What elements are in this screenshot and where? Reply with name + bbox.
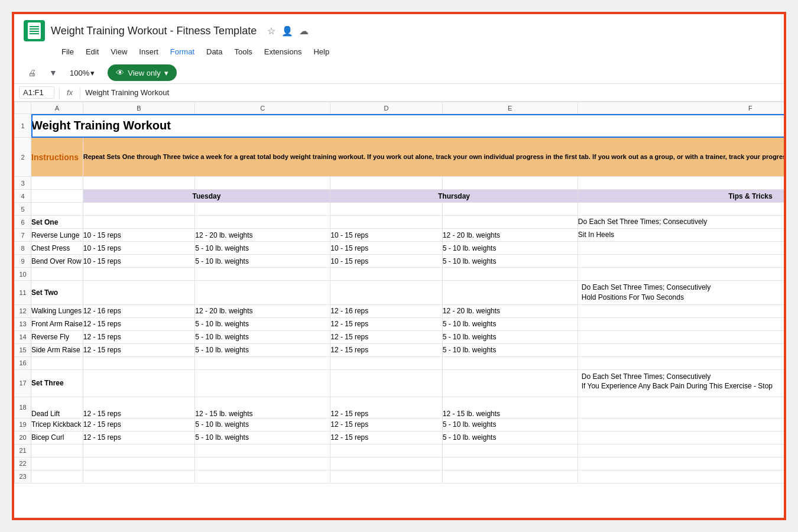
cell-10e: [442, 268, 578, 281]
cell-15c: 5 - 10 lb. weights: [195, 343, 330, 356]
row-header-22: 22: [15, 457, 31, 470]
cell-11e: [442, 281, 578, 305]
instructions-text: Repeat Sets One through Three twice a we…: [83, 138, 784, 177]
cell-6e: [442, 216, 578, 229]
cell-20b: 12 - 15 reps: [83, 431, 195, 444]
menu-file[interactable]: File: [57, 45, 79, 59]
sheet-table: A B C D E F 1 Weight Training Workout 2 …: [14, 102, 784, 484]
star-icon[interactable]: ☆: [267, 25, 275, 37]
menu-insert[interactable]: Insert: [134, 45, 163, 59]
menu-view[interactable]: View: [106, 45, 132, 59]
table-row: 18 Dead Lift 12 - 15 reps 12 - 15 lb. we…: [15, 397, 784, 418]
row-header-4: 4: [15, 190, 31, 203]
cell-19f: [578, 418, 784, 431]
spreadsheet[interactable]: A B C D E F 1 Weight Training Workout 2 …: [14, 102, 784, 518]
menu-edit[interactable]: Edit: [81, 45, 103, 59]
set-three-tip2: If You Experience Any Back Pain During T…: [582, 382, 773, 390]
cell-3f: [578, 177, 784, 190]
cell-3c: [195, 177, 330, 190]
cell-19e: 5 - 10 lb. weights: [442, 418, 578, 431]
cell-12f: [578, 304, 784, 317]
thursday-header: Thursday: [330, 190, 578, 203]
zoom-dropdown-icon: ▾: [90, 69, 95, 77]
cell-7f: Sit In Heels: [578, 229, 784, 242]
person-icon[interactable]: 👤: [281, 25, 293, 37]
cell-13f: [578, 317, 784, 330]
filter-button[interactable]: ▼: [45, 64, 61, 81]
table-row: 5: [15, 203, 784, 216]
cell-22e: [442, 457, 578, 470]
row-header-20: 20: [15, 431, 31, 444]
cell-15b: 12 - 15 reps: [83, 343, 195, 356]
menu-format[interactable]: Format: [166, 45, 199, 59]
cloud-icon[interactable]: ☁: [299, 25, 309, 37]
cell-5a: [31, 203, 83, 216]
row-header-14: 14: [15, 330, 31, 343]
cell-20c: 5 - 10 lb. weights: [195, 431, 330, 444]
menu-data[interactable]: Data: [202, 45, 227, 59]
cell-7d: 10 - 15 reps: [330, 229, 443, 242]
cell-reference[interactable]: A1:F1: [19, 86, 54, 99]
view-only-dropdown-icon: ▾: [164, 69, 168, 77]
cell-23e: [442, 470, 578, 483]
cell-23b: [83, 470, 195, 483]
cell-20e: 5 - 10 lb. weights: [442, 431, 578, 444]
print-button[interactable]: 🖨: [24, 64, 40, 81]
cell-21b: [83, 444, 195, 457]
cell-15a: Side Arm Raise: [31, 343, 83, 356]
cell-19c: 5 - 10 lb. weights: [195, 418, 330, 431]
set-two-tip1: Do Each Set Three Times; Consecutively: [582, 283, 711, 291]
sheets-logo: [24, 20, 45, 41]
cell-10a: [31, 268, 83, 281]
cell-15f: [578, 343, 784, 356]
cell-11a: Set Two: [31, 281, 83, 305]
cell-21d: [330, 444, 443, 457]
cell-20d: 12 - 15 reps: [330, 431, 443, 444]
table-row: 13 Front Arm Raise 12 - 15 reps 5 - 10 l…: [15, 317, 784, 330]
cell-7c: 12 - 20 lb. weights: [195, 229, 330, 242]
cell-22b: [83, 457, 195, 470]
menu-bar: File Edit View Insert Format Data Tools …: [14, 44, 784, 62]
row-header-21: 21: [15, 444, 31, 457]
cell-18f: [578, 397, 784, 418]
set-two-tip2: Hold Positions For Two Seconds: [582, 293, 684, 301]
cell-3b: [83, 177, 195, 190]
cell-8f: [578, 242, 784, 255]
cell-12c: 12 - 20 lb. weights: [195, 304, 330, 317]
cell-18e: 12 - 15 lb. weights: [442, 397, 578, 418]
zoom-control[interactable]: 100% ▾: [66, 66, 98, 80]
row-header-13: 13: [15, 317, 31, 330]
menu-tools[interactable]: Tools: [229, 45, 257, 59]
row-header-15: 15: [15, 343, 31, 356]
table-row: 21: [15, 444, 784, 457]
cell-10f: [578, 268, 784, 281]
cell-3d: [330, 177, 443, 190]
table-row: 17 Set Three Do Each Set Three Times; Co…: [15, 369, 784, 397]
menu-help[interactable]: Help: [309, 45, 334, 59]
table-row: 20 Bicep Curl 12 - 15 reps 5 - 10 lb. we…: [15, 431, 784, 444]
table-row: 19 Tricep Kickback 12 - 15 reps 5 - 10 l…: [15, 418, 784, 431]
tuesday-header: Tuesday: [83, 190, 330, 203]
row-header-12: 12: [15, 304, 31, 317]
cell-16e: [442, 356, 578, 369]
cell-17e: [442, 369, 578, 397]
view-only-button[interactable]: 👁 View only ▾: [108, 64, 176, 81]
menu-extensions[interactable]: Extensions: [259, 45, 307, 59]
cell-6d: [330, 216, 443, 229]
cell-14f: [578, 330, 784, 343]
cell-23a: [31, 470, 83, 483]
cell-10c: [195, 268, 330, 281]
cell-18c: 12 - 15 lb. weights: [195, 397, 330, 418]
col-header-d: D: [330, 102, 443, 114]
cell-8e: 5 - 10 lb. weights: [442, 242, 578, 255]
row-header-17: 17: [15, 369, 31, 397]
title-bar: Weight Training Workout - Fitness Templa…: [14, 14, 784, 44]
cell-5f: [578, 203, 784, 216]
cell-14a: Reverse Fly: [31, 330, 83, 343]
view-only-label: View only: [128, 69, 160, 77]
cell-6c: [195, 216, 330, 229]
formula-content: Weight Training Workout: [85, 88, 779, 97]
cell-12b: 12 - 16 reps: [83, 304, 195, 317]
cell-10b: [83, 268, 195, 281]
row-header-10: 10: [15, 268, 31, 281]
